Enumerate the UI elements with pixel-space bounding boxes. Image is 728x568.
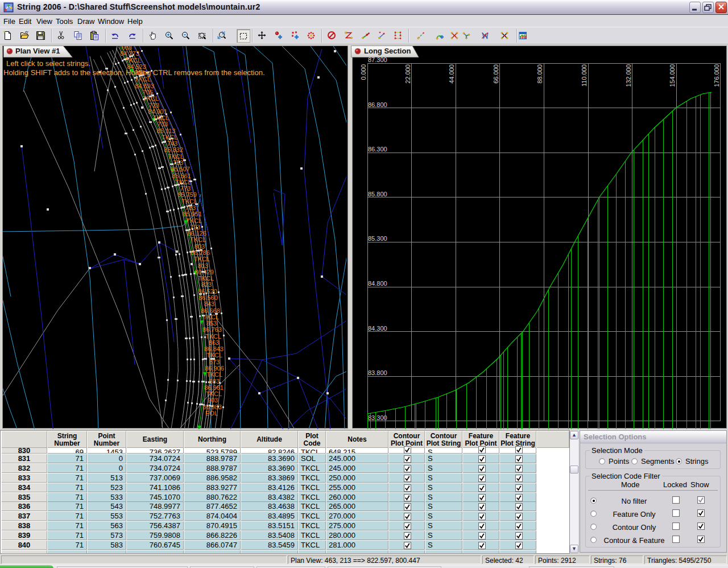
svg-text:132.000: 132.000 (625, 64, 632, 87)
svg-text:84.800: 84.800 (368, 280, 387, 287)
svg-text:22.000: 22.000 (404, 64, 411, 84)
svg-text:Holding SHIFT adds to the sele: Holding SHIFT adds to the selection; Hol… (3, 68, 265, 77)
svg-text:86.300: 86.300 (368, 146, 387, 153)
svg-text:TKCL: TKCL (206, 352, 222, 359)
svg-text:Plan View #1: Plan View #1 (15, 47, 60, 55)
svg-text:85.951: 85.951 (183, 211, 202, 217)
svg-text:TKCL: TKCL (143, 95, 159, 102)
svg-text:EOL: EOL (205, 410, 218, 417)
svg-text:TKCL: TKCL (206, 371, 222, 378)
svg-text:85.507: 85.507 (171, 166, 190, 172)
svg-text:110.000: 110.000 (581, 64, 588, 87)
svg-text:88.000: 88.000 (536, 64, 543, 84)
svg-text:83.800: 83.800 (368, 369, 387, 376)
svg-text:TKCL: TKCL (190, 236, 206, 243)
svg-text:TKCL: TKCL (194, 256, 210, 262)
svg-text:83.300: 83.300 (368, 414, 387, 421)
svg-text:86.763: 86.763 (202, 326, 222, 333)
svg-text:154.000: 154.000 (669, 64, 676, 87)
svg-text:Left click to select strings.: Left click to select strings. (6, 59, 90, 68)
svg-text:85.800: 85.800 (368, 191, 387, 197)
svg-text:823: 823 (201, 281, 212, 288)
svg-text:86.800: 86.800 (368, 101, 387, 108)
svg-text:84.273: 84.273 (120, 50, 139, 57)
svg-text:Long Section: Long Section (364, 47, 411, 55)
svg-text:85.332: 85.332 (164, 146, 183, 153)
svg-text:176.000: 176.000 (713, 64, 720, 87)
svg-text:66.000: 66.000 (493, 64, 499, 84)
svg-text:85.759: 85.759 (177, 191, 197, 198)
svg-text:843: 843 (204, 301, 214, 307)
svg-text:85.300: 85.300 (368, 235, 387, 242)
svg-text:44.000: 44.000 (448, 64, 455, 84)
svg-text:903: 903 (208, 397, 218, 404)
svg-text:84.300: 84.300 (368, 325, 387, 332)
svg-text:0.000: 0.000 (360, 64, 367, 80)
svg-text:733: 733 (158, 121, 168, 127)
